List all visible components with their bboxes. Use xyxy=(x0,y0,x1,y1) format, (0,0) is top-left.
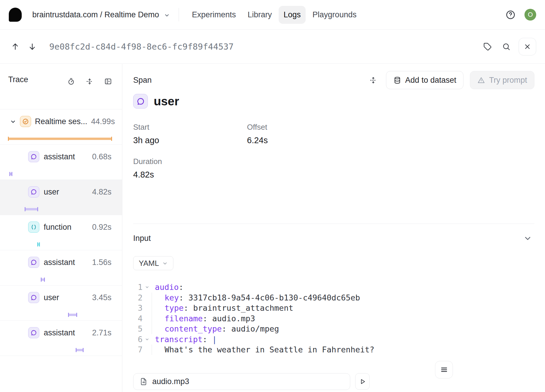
breadcrumb-label: braintrustdata.com / Realtime Demo xyxy=(32,10,159,19)
toolbar-right xyxy=(481,38,536,55)
line-number: 4 xyxy=(133,313,143,324)
meta-offset: Offset 6.24s xyxy=(247,123,534,145)
code-line: 2 key: 3317cb18-9a54-4c06-b130-c49640dc6… xyxy=(133,293,534,303)
prev-trace-button[interactable] xyxy=(9,40,22,53)
span-timeline xyxy=(8,137,112,141)
trace-span-row-assistant-3[interactable]: assistant 2.71s xyxy=(0,321,122,356)
chat-bubble-icon xyxy=(28,292,39,303)
meta-offset-label: Offset xyxy=(247,123,534,132)
play-button[interactable] xyxy=(355,373,370,390)
primary-nav: Experiments Library Logs Playgrounds xyxy=(186,6,362,24)
code-line: 5 content_type: audio/mpeg xyxy=(133,324,534,334)
tag-button[interactable] xyxy=(481,40,494,53)
search-button[interactable] xyxy=(500,40,513,53)
trace-span-row-function[interactable]: function 0.92s xyxy=(0,215,122,250)
tag-icon xyxy=(483,43,492,51)
trace-panel-title: Trace xyxy=(8,75,28,84)
span-duration: 2.71s xyxy=(92,328,111,337)
nav-item-playgrounds[interactable]: Playgrounds xyxy=(307,6,361,24)
breadcrumb[interactable]: braintrustdata.com / Realtime Demo xyxy=(32,10,170,19)
span-timeline xyxy=(8,242,112,246)
nav-item-experiments[interactable]: Experiments xyxy=(187,6,241,24)
format-selector[interactable]: YAML xyxy=(133,256,173,270)
span-name: user xyxy=(44,187,59,197)
collapse-input-button[interactable] xyxy=(521,232,534,245)
trace-panel: Trace xyxy=(0,64,122,392)
trace-panel-header: Trace xyxy=(0,64,122,109)
span-duration: 3.45s xyxy=(92,293,111,302)
span-timeline xyxy=(8,207,112,211)
nav-item-library[interactable]: Library xyxy=(243,6,277,24)
trace-span-row-user-1[interactable]: user 4.82s xyxy=(0,180,122,215)
meta-start: Start 3h ago xyxy=(133,123,247,145)
chevron-down-icon xyxy=(523,234,532,243)
arrow-down-icon xyxy=(28,43,36,51)
fold-toggle[interactable] xyxy=(143,334,152,345)
meta-offset-value: 6.24s xyxy=(247,136,534,145)
attachment-audio-file[interactable]: audio.mp3 xyxy=(133,373,350,390)
line-number: 2 xyxy=(133,293,143,303)
close-button[interactable] xyxy=(519,38,536,55)
hamburger-icon xyxy=(440,366,448,374)
code-line: 7 What's the weather in Seattle in Fahre… xyxy=(133,344,534,355)
span-name: Realtime ses... xyxy=(35,117,87,126)
add-to-dataset-label: Add to dataset xyxy=(405,76,456,85)
attachment-row: audio.mp3 xyxy=(133,373,534,390)
span-actions: Add to dataset Try prompt xyxy=(367,71,534,89)
main-area: Trace xyxy=(0,64,545,392)
trace-id: 9e08fc2d-c84d-4f98-8ec6-fc9f89f44537 xyxy=(49,42,234,52)
line-number: 3 xyxy=(133,303,143,313)
span-name: assistant xyxy=(44,152,75,161)
chat-bubble-icon xyxy=(133,94,148,109)
span-title: user xyxy=(154,94,179,108)
search-icon xyxy=(502,43,510,51)
chat-bubble-icon xyxy=(28,186,39,197)
line-number: 5 xyxy=(133,324,143,334)
panel-toggle-button[interactable] xyxy=(102,75,114,88)
trace-span-row-assistant-1[interactable]: assistant 0.68s xyxy=(0,145,122,180)
input-section-header: Input xyxy=(123,232,545,245)
try-prompt-button[interactable]: Try prompt xyxy=(470,71,534,89)
nav-right: O xyxy=(505,9,536,21)
nav-divider xyxy=(179,8,179,21)
span-timeline xyxy=(8,348,112,352)
top-nav: braintrustdata.com / Realtime Demo Exper… xyxy=(0,0,545,30)
span-duration: 4.82s xyxy=(92,187,111,197)
trace-span-row-root[interactable]: Realtime ses... 44.99s xyxy=(0,109,122,145)
trace-span-row-assistant-2[interactable]: assistant 1.56s xyxy=(0,250,122,285)
next-trace-button[interactable] xyxy=(26,40,39,53)
add-to-dataset-button[interactable]: Add to dataset xyxy=(386,71,463,89)
span-name: user xyxy=(44,293,59,302)
menu-button[interactable] xyxy=(435,361,453,379)
trace-span-row-user-2[interactable]: user 3.45s xyxy=(0,285,122,321)
span-duration: 44.99s xyxy=(91,117,115,126)
expand-rows-button[interactable] xyxy=(367,74,380,87)
timing-toggle-button[interactable] xyxy=(65,75,77,88)
meta-duration-value: 4.82s xyxy=(133,170,247,180)
nav-item-logs[interactable]: Logs xyxy=(279,6,306,24)
braintrust-logo[interactable] xyxy=(9,8,22,22)
line-number: 1 xyxy=(133,282,143,293)
help-icon xyxy=(505,10,516,20)
warning-triangle-icon xyxy=(477,76,485,84)
collapse-all-button[interactable] xyxy=(83,75,96,88)
yaml-code-block: 1 audio: 2 key: 3317cb18-9a54-4c06-b130-… xyxy=(133,282,534,355)
help-button[interactable] xyxy=(505,10,516,20)
span-duration: 0.92s xyxy=(92,223,111,232)
span-panel-title: Span xyxy=(133,76,152,85)
format-selector-value: YAML xyxy=(139,259,159,268)
span-detail-panel: Span Add to dataset Try xyxy=(123,64,545,392)
audio-file-icon xyxy=(139,377,148,386)
stopwatch-icon xyxy=(67,77,75,85)
code-line: 1 audio: xyxy=(133,282,534,293)
try-prompt-label: Try prompt xyxy=(489,76,527,85)
chat-bubble-icon xyxy=(28,327,39,338)
span-name: function xyxy=(44,223,72,232)
play-icon xyxy=(359,378,366,385)
fold-toggle[interactable] xyxy=(143,282,152,293)
meta-duration-label: Duration xyxy=(133,157,247,166)
avatar[interactable]: O xyxy=(524,9,536,21)
chevron-down-icon[interactable] xyxy=(10,119,16,125)
span-timeline xyxy=(8,278,112,282)
meta-duration: Duration 4.82s xyxy=(133,157,247,180)
